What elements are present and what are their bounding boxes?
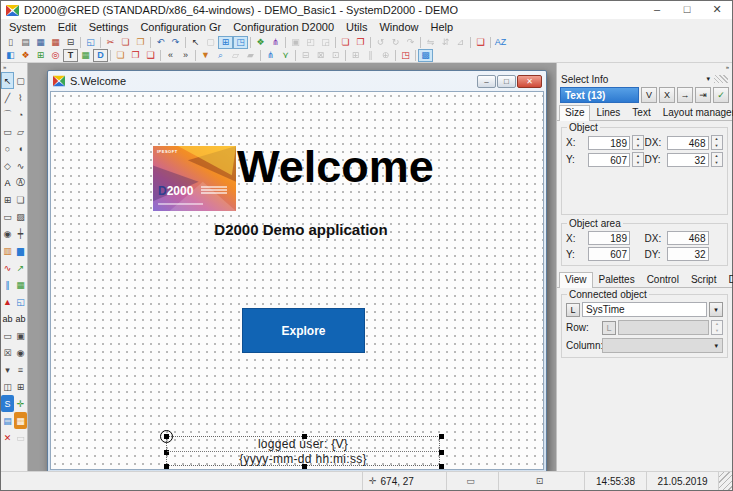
panel-properties-icon[interactable]: ◧ (3, 49, 18, 62)
previous-icon[interactable]: « (163, 49, 178, 62)
freehand-tool[interactable]: ∿ (14, 157, 27, 174)
object-dy-spinner[interactable]: ▲▼ (711, 152, 723, 167)
pause-control-tool[interactable]: ∥ (1, 276, 14, 293)
frame-3d-tool[interactable]: ❏ (14, 191, 27, 208)
paste-special-icon[interactable]: ❑ (143, 49, 158, 62)
copy-icon[interactable]: ❏ (118, 36, 133, 49)
object-dy-field[interactable]: 32 (667, 153, 709, 167)
trend-tool[interactable]: ∿ (1, 259, 14, 276)
scheme-tree-icon[interactable]: ⋔ (263, 49, 278, 62)
menu-window[interactable]: Window (373, 19, 424, 35)
bitmap-button-tool[interactable]: ▣ (14, 327, 27, 344)
checkbox-tool[interactable]: ☒ (1, 344, 14, 361)
bring-to-front-icon[interactable]: ❏ (338, 36, 353, 49)
circle-button-tool[interactable]: ◉ (1, 225, 14, 242)
next-icon[interactable]: » (178, 49, 193, 62)
selection-handle-5[interactable] (164, 464, 169, 469)
selection-handle-3[interactable] (164, 450, 169, 455)
rename-icon[interactable]: AZ (493, 36, 508, 49)
menu-help[interactable]: Help (425, 19, 460, 35)
grid-icon[interactable]: ⊞ (218, 36, 233, 49)
scheme-close-button[interactable]: ✕ (517, 75, 542, 88)
pie-tool[interactable]: ◔ (14, 106, 27, 123)
connected-object-dropdown[interactable]: ▾ (709, 302, 723, 317)
mask-tool[interactable]: ▨ (14, 208, 27, 225)
text-box-tool[interactable]: Ⓐ (14, 174, 27, 191)
connected-object-field[interactable]: SysTime (582, 302, 707, 317)
logged-user-text[interactable]: logged user: {V} (167, 437, 439, 452)
rectangle-tool[interactable]: ▭ (1, 123, 14, 140)
windows-button-tool[interactable]: ▭ (1, 327, 14, 344)
bargraph-tool[interactable]: ▥ (1, 242, 14, 259)
object-dx-spinner[interactable]: ▲▼ (711, 135, 723, 150)
next-object-button[interactable]: → (677, 87, 693, 103)
save-icon[interactable]: ▦ (33, 36, 48, 49)
snap-grid-icon[interactable]: ▩ (418, 49, 433, 62)
object-hierarchy-icon[interactable]: ⋎ (278, 49, 293, 62)
panel-text-icon[interactable]: T (63, 49, 78, 62)
object-dx-field[interactable]: 468 (667, 136, 709, 150)
panel-bitmap-icon[interactable]: ▦ (78, 49, 93, 62)
menu-configuration-gr[interactable]: Configuration Gr (134, 19, 227, 35)
tab-size[interactable]: Size (559, 105, 590, 121)
explore-button[interactable]: Explore (242, 308, 365, 353)
selection-handle-1[interactable] (302, 434, 307, 439)
histogram-tool[interactable]: ▆ (14, 242, 27, 259)
welcome-heading[interactable]: Welcome (237, 138, 517, 196)
panel-dwg-icon[interactable]: D (93, 49, 108, 62)
tab-lines[interactable]: Lines (590, 105, 626, 120)
object-y-field[interactable]: 607 (588, 153, 630, 167)
connected-object-l-button[interactable]: L (566, 303, 580, 317)
minimize-button[interactable]: – (642, 1, 672, 19)
scheme-window-titlebar[interactable]: S.Welcome – □ ✕ (48, 71, 546, 91)
filter-icon[interactable]: ▼ (198, 49, 213, 62)
ellipse-tool[interactable]: ○ (1, 140, 14, 157)
save-as-icon[interactable]: ▦ (48, 36, 63, 49)
lock-position-icon[interactable]: ❑ (473, 36, 488, 49)
pointer-mode-icon[interactable]: ↖ (188, 36, 203, 49)
button-object-tool[interactable]: ▭ (1, 208, 14, 225)
value-button[interactable]: V (641, 87, 657, 103)
move-up-level-icon[interactable]: ◳ (398, 49, 413, 62)
browser-tool[interactable]: ◱ (14, 293, 27, 310)
print-icon[interactable]: ⊟ (63, 36, 78, 49)
apply-button[interactable]: ✓ (713, 87, 729, 103)
selection-handle-7[interactable] (439, 464, 444, 469)
menu-settings[interactable]: Settings (83, 19, 135, 35)
d2000-brochure-image[interactable]: IPESOFT D2000 (153, 146, 236, 211)
paste-to-back-icon[interactable]: ❐ (128, 49, 143, 62)
paste-to-front-icon[interactable]: ❏ (113, 49, 128, 62)
new-scheme-icon[interactable]: ▯ (3, 36, 18, 49)
chord-tool[interactable]: ◖ (14, 140, 27, 157)
alarm-tool[interactable]: ▲ (1, 293, 14, 310)
redo-icon[interactable]: ↷ (168, 36, 183, 49)
graph-tool[interactable]: ↗ (14, 259, 27, 276)
scheme-maximize-button[interactable]: □ (497, 75, 516, 88)
report-tool[interactable]: ▤ (1, 412, 14, 429)
select-info-grip[interactable] (714, 75, 728, 83)
cut-icon[interactable]: ✂ (103, 36, 118, 49)
undo-icon[interactable]: ↶ (153, 36, 168, 49)
object-y-spinner[interactable]: ▲▼ (632, 152, 644, 167)
selection-handle-2[interactable] (439, 434, 444, 439)
arc-tool[interactable]: ⌒ (1, 106, 14, 123)
tab-layout-manager[interactable]: Layout manager (657, 105, 733, 120)
props-tab-control[interactable]: Control (641, 272, 685, 287)
props-tab-palettes[interactable]: Palettes (593, 272, 641, 287)
paste-icon[interactable]: ❐ (133, 36, 148, 49)
swt-tool[interactable]: S (1, 395, 14, 412)
pointer-tool[interactable]: ↖ (1, 72, 14, 89)
scheme-preview-icon[interactable]: ◱ (83, 36, 98, 49)
selected-object-item[interactable]: Text (13) (560, 87, 639, 103)
panel-target-icon[interactable]: ◎ (48, 49, 63, 62)
menu-edit[interactable]: Edit (52, 19, 83, 35)
panel-collapse-icon[interactable]: » (557, 63, 732, 72)
combo-box-tool[interactable]: ▾ (1, 361, 14, 378)
text-display-tool[interactable]: ab (14, 310, 27, 327)
list-box-tool[interactable]: ≡ (14, 361, 27, 378)
tab-control-tool[interactable]: ◫ (1, 378, 14, 395)
demo-subtitle[interactable]: D2000 Demo application (171, 221, 431, 238)
selection-handle-6[interactable] (302, 464, 307, 469)
zoom-icon[interactable]: ⌕ (213, 49, 228, 62)
zoom-area-icon[interactable]: ◳ (233, 36, 248, 49)
